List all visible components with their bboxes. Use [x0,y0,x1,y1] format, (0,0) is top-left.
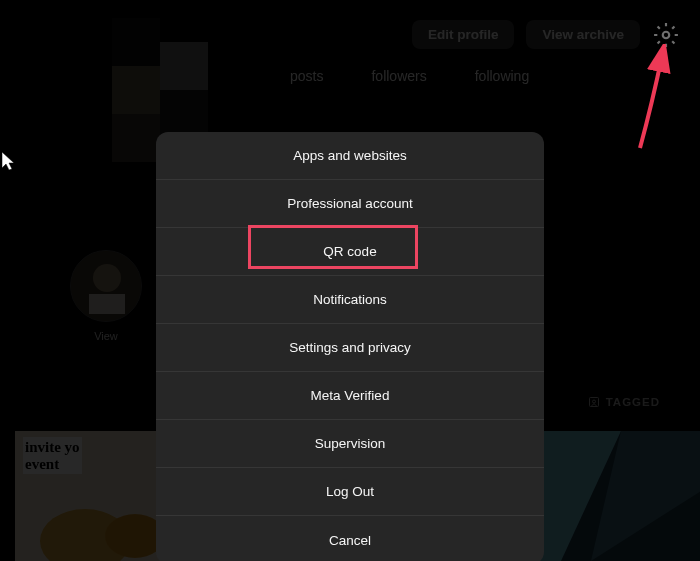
settings-menu-modal: Apps and websites Professional account Q… [156,132,544,561]
menu-item-apps-websites[interactable]: Apps and websites [156,132,544,180]
menu-item-notifications[interactable]: Notifications [156,276,544,324]
menu-item-qr-code[interactable]: QR code [156,228,544,276]
menu-item-meta-verified[interactable]: Meta Verified [156,372,544,420]
menu-item-supervision[interactable]: Supervision [156,420,544,468]
menu-item-cancel[interactable]: Cancel [156,516,544,561]
menu-item-log-out[interactable]: Log Out [156,468,544,516]
menu-item-professional-account[interactable]: Professional account [156,180,544,228]
menu-item-settings-privacy[interactable]: Settings and privacy [156,324,544,372]
